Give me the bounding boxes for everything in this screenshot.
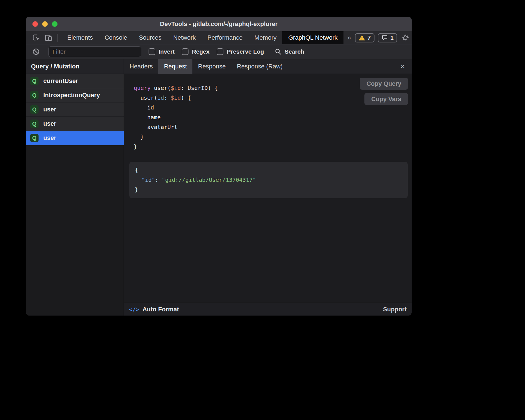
invert-label: Invert <box>159 48 175 55</box>
detail-panel: Headers Request Response Response (Raw) … <box>124 59 412 316</box>
list-item-currentuser[interactable]: Q currentUser <box>26 74 124 88</box>
list-item-user-3-selected[interactable]: Q user <box>26 131 124 145</box>
list-item-label: IntrospectionQuery <box>43 92 100 99</box>
inspect-cursor-icon[interactable] <box>31 33 41 43</box>
search-button[interactable]: Search <box>275 48 304 55</box>
query-list-sidebar: Query / Mutation Q currentUser Q Introsp… <box>26 59 124 316</box>
message-bubble-icon <box>381 34 388 41</box>
query-line: } <box>134 132 412 142</box>
tab-performance[interactable]: Performance <box>202 31 249 44</box>
devtools-toolbar: Elements Console Sources Network Perform… <box>26 31 412 44</box>
devtools-window: DevTools - gitlab.com/-/graphql-explorer… <box>26 17 412 316</box>
device-toolbar-icon[interactable] <box>43 33 53 43</box>
regex-checkbox-box[interactable] <box>182 48 188 55</box>
gear-icon[interactable] <box>400 33 411 43</box>
minimize-window-button[interactable] <box>42 21 48 27</box>
window-title: DevTools - gitlab.com/-/graphql-explorer <box>26 20 412 28</box>
tab-graphql-network[interactable]: GraphQL Network <box>282 31 343 44</box>
search-label: Search <box>285 48 304 55</box>
close-window-button[interactable] <box>32 21 38 27</box>
regex-label: Regex <box>192 48 209 55</box>
zoom-window-button[interactable] <box>52 21 58 27</box>
tab-console[interactable]: Console <box>99 31 133 44</box>
issues-badge[interactable]: 1 <box>378 33 397 42</box>
request-body: Copy Query Copy Vars query user($id: Use… <box>124 74 412 303</box>
search-icon <box>275 48 282 55</box>
title-bar: DevTools - gitlab.com/-/graphql-explorer <box>26 17 412 31</box>
tab-network[interactable]: Network <box>167 31 202 44</box>
main-split: Query / Mutation Q currentUser Q Introsp… <box>26 59 412 316</box>
invert-checkbox[interactable]: Invert <box>149 48 175 55</box>
query-line: name <box>134 113 412 122</box>
regex-checkbox[interactable]: Regex <box>182 48 209 55</box>
list-item-label: user <box>43 120 56 127</box>
code-brackets-icon: </> <box>129 306 139 313</box>
filter-bar: Invert Regex Preserve Log Search <box>26 44 412 59</box>
preserve-log-checkbox[interactable]: Preserve Log <box>217 48 264 55</box>
warning-count: 7 <box>367 34 371 41</box>
warning-triangle-icon <box>359 35 365 41</box>
auto-format-button[interactable]: Auto Format <box>142 306 179 313</box>
toolbar-right-icons: 7 1 <box>355 31 412 44</box>
block-clear-icon[interactable] <box>31 47 41 57</box>
preserve-log-label: Preserve Log <box>227 48 264 55</box>
tab-request[interactable]: Request <box>158 59 192 74</box>
tab-headers[interactable]: Headers <box>124 59 158 74</box>
support-link[interactable]: Support <box>383 306 407 313</box>
tab-memory[interactable]: Memory <box>249 31 282 44</box>
variables-line: { <box>135 165 402 175</box>
more-tabs-chevron[interactable]: » <box>343 31 355 44</box>
query-type-badge: Q <box>30 77 39 85</box>
tab-response[interactable]: Response <box>192 59 231 74</box>
close-icon[interactable]: × <box>398 59 407 74</box>
traffic-lights <box>32 17 58 31</box>
list-item-user-1[interactable]: Q user <box>26 102 124 117</box>
query-type-badge: Q <box>30 105 39 114</box>
query-variables-box: { "id": "gid://gitlab/User/13704317" } <box>129 162 408 198</box>
variables-line: "id": "gid://gitlab/User/13704317" <box>135 175 402 185</box>
toolbar-left-icons <box>29 31 61 44</box>
query-type-badge: Q <box>30 134 39 142</box>
tab-sources[interactable]: Sources <box>133 31 167 44</box>
tab-response-raw[interactable]: Response (Raw) <box>231 59 288 74</box>
query-line: } <box>134 142 412 152</box>
copy-query-button[interactable]: Copy Query <box>360 78 408 90</box>
detail-tabs: Headers Request Response Response (Raw) … <box>124 59 412 74</box>
variables-line: } <box>135 185 402 195</box>
list-item-label: user <box>43 134 56 142</box>
toolbar-separator <box>57 34 58 42</box>
query-line: avatarUrl <box>134 122 412 132</box>
list-item-introspectionquery[interactable]: Q IntrospectionQuery <box>26 88 124 102</box>
query-type-badge: Q <box>30 91 39 99</box>
list-item-label: user <box>43 106 56 113</box>
tab-elements[interactable]: Elements <box>61 31 99 44</box>
copy-vars-button[interactable]: Copy Vars <box>364 93 408 105</box>
sidebar-header: Query / Mutation <box>26 59 124 74</box>
warnings-badge[interactable]: 7 <box>355 33 374 42</box>
preserve-log-checkbox-box[interactable] <box>217 48 223 55</box>
filter-input[interactable] <box>48 46 141 57</box>
list-item-label: currentUser <box>43 77 78 85</box>
issues-count: 1 <box>390 34 394 41</box>
list-item-user-2[interactable]: Q user <box>26 117 124 131</box>
query-type-badge: Q <box>30 120 39 128</box>
panel-footer: </> Auto Format Support <box>124 303 412 316</box>
invert-checkbox-box[interactable] <box>149 48 155 55</box>
